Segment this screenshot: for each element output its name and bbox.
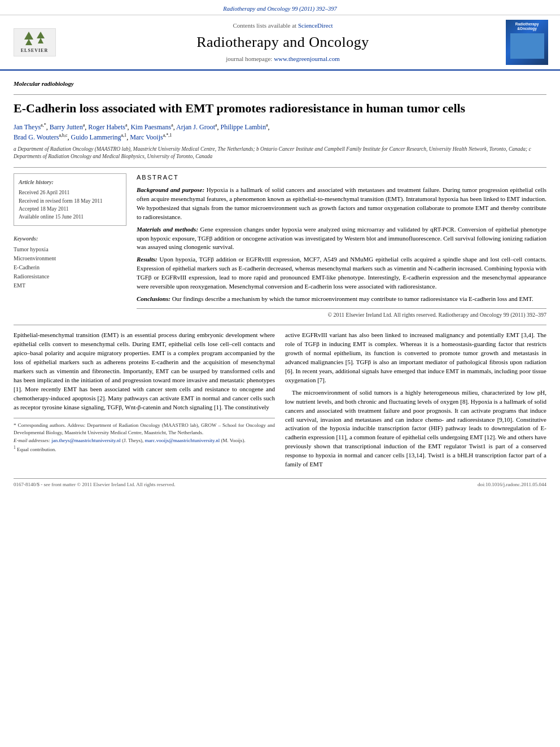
body-col-left: Epithelial-mesenchymal transition (EMT) …: [14, 331, 275, 473]
journal-top-bar: Radiotherapy and Oncology 99 (2011) 392–…: [0, 0, 560, 15]
accepted-date: Accepted 18 May 2011: [19, 205, 121, 213]
article-info-box: Article history: Received 26 April 2011 …: [14, 173, 126, 226]
divider-top: [14, 94, 546, 95]
author-jutten: Barry Jutten: [50, 123, 83, 131]
contents-line: Contents lists available at ScienceDirec…: [233, 21, 333, 30]
author-theys: Jan Theys: [14, 123, 41, 131]
footer-doi: doi:10.1016/j.radonc.2011.05.044: [478, 481, 546, 488]
cover-title: Radiotherapy&Oncology: [515, 22, 539, 31]
divider-body: [14, 325, 546, 325]
conclusions-text: Our findings describe a mechanism by whi…: [172, 295, 533, 302]
keywords-box: Keywords: Tumor hypoxia Microenvironment…: [14, 231, 126, 294]
journal-header-left: ELSEVIER: [9, 20, 60, 65]
author-vooijs: Marc Vooijs: [130, 133, 163, 141]
article-info-abstract-section: Article history: Received 26 April 2011 …: [14, 173, 546, 319]
received-date: Received 26 April 2011: [19, 189, 121, 196]
journal-header-center: Contents lists available at ScienceDirec…: [65, 20, 500, 65]
article-info-column: Article history: Received 26 April 2011 …: [14, 173, 126, 319]
homepage-link[interactable]: www.thegreenjournal.com: [274, 55, 340, 62]
body-para-2: active EGFRvIII variant has also been li…: [285, 331, 546, 385]
results-text: Upon hypoxia, TGFβ addition or EGFRvIII …: [137, 256, 546, 290]
author-wouters: Brad G. Wouters: [14, 133, 59, 141]
cover-image-area: [510, 33, 544, 59]
authors-line: Jan Theysa,*, Barry Juttena, Roger Habet…: [14, 122, 546, 142]
keyword-5: EMT: [14, 281, 126, 290]
keywords-title: Keywords:: [14, 235, 126, 243]
abstract-column: ABSTRACT Background and purpose: Hypoxia…: [137, 173, 546, 319]
elsevier-text: ELSEVIER: [21, 47, 48, 54]
results-label: Results:: [137, 256, 158, 263]
methods-text: Gene expression changes under hypoxia we…: [137, 226, 546, 251]
keyword-3: E-Cadherin: [14, 263, 126, 272]
footer-copyright: 0167-8140/$ - see front matter © 2011 El…: [14, 481, 175, 488]
elsevier-logo: ELSEVIER: [14, 28, 56, 56]
journal-header: ELSEVIER Contents lists available at Sci…: [0, 15, 560, 71]
journal-reference: Radiotherapy and Oncology 99 (2011) 392–…: [223, 6, 336, 12]
email-vooijs[interactable]: marc.vooijs@maastrichtuniversity.nl: [145, 438, 220, 443]
author-paesmans: Kim Paesmans: [130, 123, 171, 131]
abstract-background: Background and purpose: Hypoxia is a hal…: [137, 186, 546, 222]
abstract-title: ABSTRACT: [137, 173, 546, 182]
footer-bar: 0167-8140/$ - see front matter © 2011 El…: [14, 478, 546, 488]
author-lammering: Guido Lammering: [71, 133, 121, 141]
sciencedirect-link[interactable]: ScienceDirect: [298, 22, 333, 29]
keyword-4: Radioresistance: [14, 272, 126, 281]
author-habets: Roger Habets: [88, 123, 125, 131]
email-theys[interactable]: jan.theys@maastrichtuniversity.nl: [51, 438, 121, 443]
section-label: Molecular radiobiology: [14, 78, 546, 89]
article-history-title: Article history:: [19, 178, 121, 186]
footnote-1: * Corresponding authors. Address: Depart…: [14, 422, 275, 437]
journal-title: Radiotherapy and Oncology: [196, 32, 369, 53]
body-col-right: active EGFRvIII variant has also been li…: [285, 331, 546, 473]
body-para-1: Epithelial-mesenchymal transition (EMT) …: [14, 331, 275, 412]
footnote-contribution: 1 Equal contribution.: [14, 444, 275, 454]
available-date: Available online 15 June 2011: [19, 213, 121, 221]
keyword-2: Microenvironment: [14, 254, 126, 263]
article-title: E-Cadherin loss associated with EMT prom…: [14, 101, 546, 116]
journal-header-right: Radiotherapy&Oncology: [506, 20, 551, 65]
page-container: Radiotherapy and Oncology 99 (2011) 392–…: [0, 0, 560, 747]
section-text: Molecular radiobiology: [14, 80, 74, 87]
article-content: Molecular radiobiology E-Cadherin loss a…: [0, 71, 560, 494]
affiliations: a Department of Radiation Oncology (MAAS…: [14, 146, 546, 161]
journal-homepage: journal homepage: www.thegreenjournal.co…: [226, 55, 340, 63]
background-label: Background and purpose:: [137, 186, 204, 193]
methods-label: Materials and methods:: [137, 226, 198, 233]
abstract-results: Results: Upon hypoxia, TGFβ addition or …: [137, 255, 546, 291]
footnote-area: * Corresponding authors. Address: Depart…: [14, 418, 275, 454]
author-groot: Arjan J. Groot: [176, 123, 215, 131]
body-para-3: The microenvironment of solid tumors is …: [285, 388, 546, 469]
keyword-1: Tumor hypoxia: [14, 245, 126, 254]
conclusions-label: Conclusions:: [137, 295, 170, 302]
author-lambin: Philippe Lambin: [221, 123, 266, 131]
abstract-conclusions: Conclusions: Our findings describe a mec…: [137, 295, 546, 304]
body-text-section: Epithelial-mesenchymal transition (EMT) …: [14, 331, 546, 473]
abstract-methods: Materials and methods: Gene expression c…: [137, 225, 546, 252]
divider-affil: [14, 167, 546, 168]
journal-cover-image: Radiotherapy&Oncology: [506, 20, 548, 65]
footnote-email: E-mail addresses: jan.theys@maastrichtun…: [14, 437, 275, 445]
revised-date: Received in revised form 18 May 2011: [19, 197, 121, 205]
abstract-copyright: © 2011 Elsevier Ireland Ltd. All rights …: [137, 308, 546, 319]
